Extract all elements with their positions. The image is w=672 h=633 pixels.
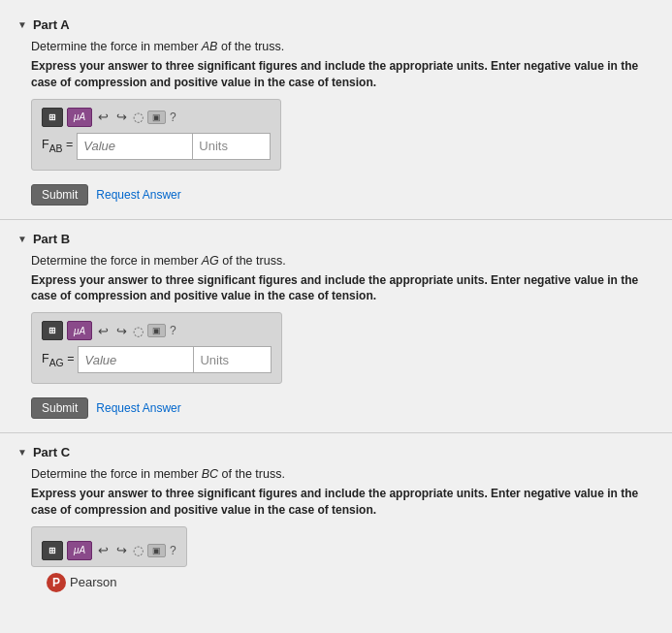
part-a-section: ▼ Part A Determine the force in member A… [0,10,672,215]
pearson-logo: P Pearson [47,573,116,592]
part-c-header: ▼ Part C [17,445,655,459]
part-c-answer-box: ⊞ μA ↩ ↪ ◌ ▣ ? [31,526,187,567]
part-a-request-answer-link[interactable]: Request Answer [96,188,180,202]
part-c-chevron[interactable]: ▼ [17,447,27,458]
part-b-instruction: Express your answer to three significant… [31,272,655,305]
help-icon-a[interactable]: ? [170,111,176,124]
part-a-answer-box: ⊞ μA ↩ ↪ ◌ ▣ ? FAB = Units [31,99,281,171]
help-icon-c[interactable]: ? [170,544,176,557]
help-icon-b[interactable]: ? [170,324,176,337]
refresh-icon-c[interactable]: ◌ [133,543,144,557]
pearson-brand-label: Pearson [70,575,116,589]
part-b-body: Determine the force in member AG of the … [17,254,655,420]
divider-ab [0,219,672,220]
kbd-icon-b[interactable]: ▣ [147,324,166,337]
part-a-title: Part A [33,17,70,32]
part-a-btn-row: Submit Request Answer [31,184,655,206]
part-b-chevron[interactable]: ▼ [17,234,27,244]
part-a-body: Determine the force in member AB of the … [17,40,655,206]
part-b-submit-button[interactable]: Submit [31,397,88,419]
kbd-icon-a[interactable]: ▣ [147,111,166,124]
part-b-btn-row: Submit Request Answer [31,397,655,419]
kbd-icon-c[interactable]: ▣ [147,544,166,557]
part-a-header: ▼ Part A [17,17,655,32]
mu-icon-c[interactable]: μA [67,541,92,560]
part-b-toolbar: ⊞ μA ↩ ↪ ◌ ▣ ? [42,321,272,340]
part-c-instruction: Express your answer to three significant… [31,486,655,519]
part-a-units-display: Units [193,133,271,160]
pearson-row: P Pearson [31,573,655,592]
grid-icon-b[interactable]: ⊞ [42,321,63,340]
part-c-toolbar: ⊞ μA ↩ ↪ ◌ ▣ ? [42,541,176,560]
part-a-value-input[interactable] [77,133,193,160]
part-b-input-row: FAG = Units [42,346,272,373]
part-b-header: ▼ Part B [17,232,655,246]
part-b-units-display: Units [194,346,272,373]
part-a-problem: Determine the force in member AB of the … [31,40,655,53]
refresh-icon-a[interactable]: ◌ [133,110,144,124]
divider-bc [0,432,672,433]
part-a-label-sub: AB [49,143,63,154]
part-a-label: FAB = [42,138,73,154]
undo-icon-c[interactable]: ↩ [96,543,111,557]
part-b-problem: Determine the force in member AG of the … [31,254,655,268]
part-b-answer-box: ⊞ μA ↩ ↪ ◌ ▣ ? FAG = Units [31,312,282,384]
refresh-icon-b[interactable]: ◌ [133,324,144,338]
part-a-chevron[interactable]: ▼ [17,19,27,30]
part-b-title: Part B [33,232,70,246]
redo-icon-a[interactable]: ↪ [114,110,129,124]
part-c-section: ▼ Part C Determine the force in member B… [0,437,672,602]
part-a-submit-button[interactable]: Submit [31,184,88,206]
part-a-input-row: FAB = Units [42,133,271,160]
part-c-title: Part C [33,445,70,459]
part-a-toolbar: ⊞ μA ↩ ↪ ◌ ▣ ? [42,108,271,127]
pearson-p-icon: P [47,573,66,592]
part-c-body: Determine the force in member BC of the … [17,467,655,592]
mu-icon-b[interactable]: μA [67,321,92,340]
part-b-value-input[interactable] [78,346,194,373]
undo-icon-b[interactable]: ↩ [96,324,111,338]
redo-icon-b[interactable]: ↪ [114,324,129,338]
part-b-section: ▼ Part B Determine the force in member A… [0,224,672,429]
grid-icon-c[interactable]: ⊞ [42,541,63,560]
redo-icon-c[interactable]: ↪ [114,543,129,557]
part-c-problem: Determine the force in member BC of the … [31,467,655,481]
mu-icon-a[interactable]: μA [67,108,92,127]
part-b-label: FAG = [42,352,74,368]
part-b-label-sub: AG [49,357,64,367]
grid-icon-a[interactable]: ⊞ [42,108,63,127]
part-b-request-answer-link[interactable]: Request Answer [96,401,180,415]
part-a-instruction: Express your answer to three significant… [31,58,655,91]
undo-icon-a[interactable]: ↩ [96,110,111,124]
